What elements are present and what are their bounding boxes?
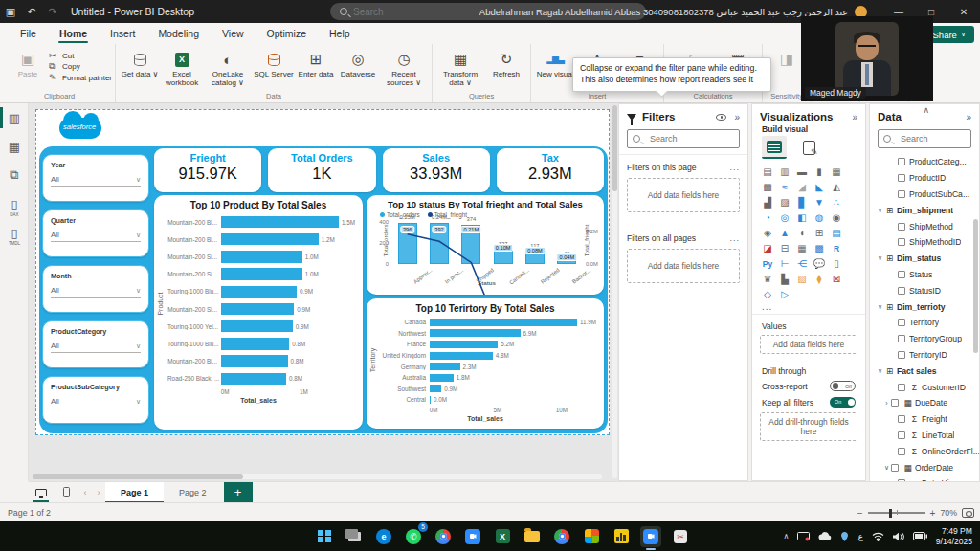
stacked-bar-chart-icon[interactable]: ▤	[760, 165, 775, 179]
slicer-dropdown[interactable]: All∨	[51, 231, 141, 242]
field-row[interactable]: TerritoryID	[870, 347, 979, 364]
bar[interactable]	[430, 341, 498, 348]
pie-chart-icon[interactable]: ◔	[760, 210, 775, 225]
nav-report-view[interactable]: ▥	[0, 103, 29, 132]
arcgis-map-icon[interactable]: ▧	[794, 272, 810, 286]
field-row[interactable]: ∨⊞Dim_status	[870, 251, 979, 267]
field-checkbox[interactable]	[898, 223, 905, 231]
slicer-productsubcategory[interactable]: ProductSubCategoryAll∨	[42, 376, 149, 424]
status-combo-chart[interactable]: Top 10 status By Total frieght and Total…	[367, 195, 604, 295]
bar[interactable]	[221, 320, 293, 332]
field-row[interactable]: ∨⊞Dim_terrioty	[870, 298, 979, 315]
photos-icon[interactable]	[581, 526, 602, 547]
snipping-tool-icon[interactable]: ✂	[670, 526, 691, 547]
field-row[interactable]: ShipMethod	[870, 218, 979, 234]
sql-server-button[interactable]: SQL Server	[253, 47, 295, 79]
field-row[interactable]: ΣOnlineOrderFl...	[870, 443, 979, 459]
azure-map-icon[interactable]: ▲	[777, 226, 792, 240]
slicer-dropdown[interactable]: All∨	[51, 175, 141, 187]
cross-report-toggle[interactable]: Off	[830, 381, 856, 391]
multi-row-card-icon[interactable]: ▤	[829, 226, 844, 240]
qa-icon[interactable]: 💬	[812, 256, 827, 271]
field-row[interactable]: Territory	[870, 315, 979, 331]
key-influencers-icon[interactable]: ⊢	[777, 256, 792, 271]
report-chart-icon[interactable]: ▙	[777, 272, 792, 286]
field-checkbox[interactable]	[898, 335, 905, 342]
fit-to-page-icon[interactable]	[962, 508, 974, 518]
field-row[interactable]: StatusID	[870, 282, 979, 298]
stacked-column-chart-icon[interactable]: ▥	[777, 165, 792, 179]
location-icon[interactable]	[840, 532, 849, 541]
field-checkbox[interactable]	[898, 431, 905, 439]
zoom-in-icon[interactable]: +	[930, 508, 936, 518]
new-visual-button[interactable]: ▂▆▃New visual	[534, 47, 576, 79]
ribbon-chart-icon[interactable]: ▨	[777, 195, 792, 209]
filters-search-box[interactable]	[627, 129, 740, 148]
excel-icon[interactable]: X	[492, 526, 513, 547]
filters-all-menu-icon[interactable]: ...	[729, 233, 740, 243]
field-checkbox[interactable]	[898, 319, 905, 326]
nav-tmdl-view[interactable]: ▯TMDL	[0, 218, 29, 247]
ribbon-tab-help[interactable]: Help	[319, 25, 361, 42]
copy-button[interactable]: ⧉Copy	[49, 61, 112, 72]
field-row[interactable]: ∨▦OrderDate	[870, 459, 979, 475]
treemap-icon[interactable]: ◧	[794, 210, 810, 225]
python-icon[interactable]: Py	[760, 256, 775, 271]
report-page[interactable]: salesforce YearAll∨QuarterAll∨MonthAll∨P…	[35, 109, 610, 435]
field-checkbox[interactable]	[898, 415, 905, 423]
nav-table-view[interactable]: ▦	[0, 132, 29, 161]
start-button[interactable]	[314, 526, 335, 547]
field-checkbox[interactable]	[898, 448, 905, 455]
excel-button[interactable]: XExcel workbook	[161, 47, 203, 88]
kpi-icon[interactable]: ◪	[760, 241, 775, 255]
mobile-layout-button[interactable]	[54, 482, 78, 503]
nav-model-view[interactable]: ⧉	[0, 161, 29, 189]
filters-search-input[interactable]	[650, 134, 726, 143]
shape-map-icon[interactable]: ◈	[760, 226, 775, 240]
save-icon[interactable]: ▣	[0, 6, 21, 18]
bar[interactable]	[430, 319, 577, 326]
filters-page-menu-icon[interactable]: ...	[729, 163, 740, 172]
ribbon-tab-view[interactable]: View	[212, 25, 255, 42]
product-sales-bar-chart[interactable]: Top 10 Product By Total SalesProductMoun…	[154, 195, 363, 430]
ribbon-tab-optimize[interactable]: Optimize	[256, 25, 317, 42]
slicer-icon[interactable]: ⊟	[777, 241, 792, 255]
slicer-month[interactable]: MonthAll∨	[42, 265, 149, 313]
field-checkbox[interactable]	[898, 271, 905, 278]
field-row[interactable]: ΣFreight	[870, 411, 979, 428]
slicer-quarter[interactable]: QuarterAll∨	[42, 209, 149, 257]
clustered-column-chart-icon[interactable]: ▮	[812, 165, 827, 179]
close-button[interactable]: ✕	[947, 0, 980, 23]
field-checkbox[interactable]	[898, 384, 905, 391]
chrome-icon[interactable]	[433, 526, 454, 547]
build-visual-tab[interactable]	[762, 136, 787, 159]
paginated-map-icon[interactable]: ⊠	[829, 272, 844, 286]
data-search-input[interactable]	[901, 134, 977, 143]
bar[interactable]	[221, 303, 294, 315]
scatter-chart-icon[interactable]: ∴	[829, 195, 844, 209]
drill-through-dropzone[interactable]: Add drill-through fields here	[760, 412, 858, 441]
chrome-profile-icon[interactable]	[551, 526, 572, 547]
task-view-button[interactable]	[344, 526, 365, 547]
field-checkbox[interactable]	[898, 287, 905, 295]
desktop-layout-button[interactable]	[29, 482, 54, 503]
100-stacked-bar-chart-icon[interactable]: ▦	[829, 165, 844, 179]
field-row[interactable]: ProductID	[870, 170, 979, 187]
ribbon-tab-insert[interactable]: Insert	[100, 25, 145, 42]
battery-icon[interactable]	[913, 532, 927, 540]
wifi-icon[interactable]	[872, 532, 884, 541]
bar[interactable]	[430, 352, 493, 360]
matrix-icon[interactable]: ▩	[812, 241, 827, 255]
redo-icon[interactable]: ↷	[42, 6, 63, 18]
filled-map-icon[interactable]: ◉	[829, 210, 844, 225]
field-row[interactable]: ΣLineTotal	[870, 428, 979, 444]
field-row[interactable]: ShipMethodID	[870, 234, 979, 251]
bar[interactable]	[430, 329, 521, 337]
webcam-collapse-icon[interactable]: ∧	[923, 105, 929, 115]
slicer-productcategory[interactable]: ProductCategoryAll∨	[42, 320, 149, 368]
field-checkbox[interactable]	[891, 464, 899, 472]
metrics-icon[interactable]: ♛	[760, 272, 775, 286]
hidden-icons-chevron[interactable]: ∧	[784, 532, 790, 540]
bar[interactable]	[221, 286, 297, 298]
format-painter-button[interactable]: ✎Format painter	[49, 73, 112, 82]
